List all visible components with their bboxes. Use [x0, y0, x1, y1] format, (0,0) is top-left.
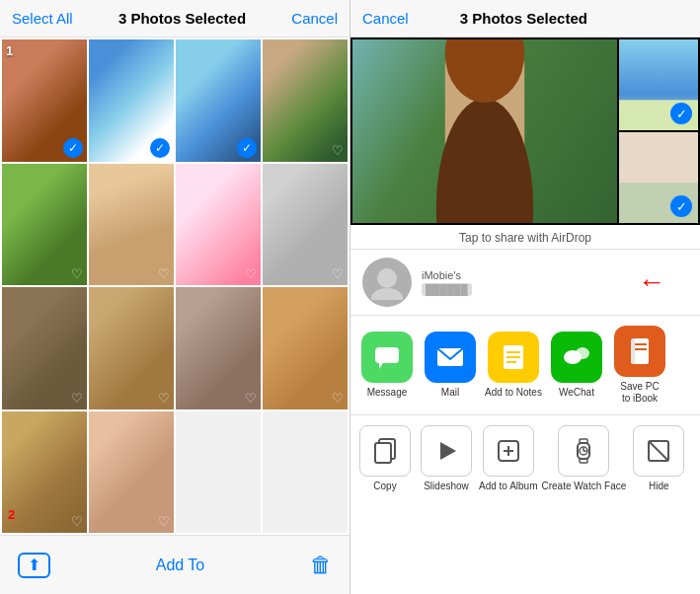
- add-album-label: Add to Album: [479, 481, 537, 492]
- app-ibook[interactable]: Save PCto iBook: [611, 326, 668, 405]
- app-notes[interactable]: Add to Notes: [485, 332, 542, 399]
- heart-icon-10: ♡: [158, 391, 170, 406]
- photo-cell-1[interactable]: 1 ✓: [2, 39, 87, 162]
- photo-cell-6[interactable]: ♡: [89, 164, 174, 286]
- photo-cell-3[interactable]: ✓: [176, 39, 261, 162]
- photo-cell-15: [176, 411, 261, 534]
- photo-cell-2[interactable]: ✓: [89, 39, 174, 162]
- mail-label: Mail: [441, 387, 459, 399]
- svg-rect-18: [506, 361, 516, 363]
- share-icon: ⬆: [28, 557, 40, 573]
- contact-avatar[interactable]: [362, 258, 412, 307]
- trash-icon[interactable]: 🗑: [310, 553, 332, 578]
- preview-check-3: ✓: [670, 195, 692, 217]
- photo-cell-11[interactable]: ♡: [176, 287, 261, 409]
- book-icon: [629, 337, 651, 365]
- photo-cell-4[interactable]: ♡: [263, 39, 348, 162]
- preview-cell-2[interactable]: ✓: [619, 39, 698, 130]
- avatar-icon: [369, 264, 405, 300]
- number-2-badge: 2: [8, 507, 15, 522]
- photo-grid: 1 ✓ ✓ ✓ ♡ ♡ ♡ ♡ ♡ ♡ ♡ ♡: [0, 37, 350, 535]
- left-footer: ⬆ Add To 🗑: [0, 535, 350, 594]
- action-slideshow[interactable]: Slideshow: [418, 425, 475, 492]
- preview-cell-1[interactable]: [352, 39, 617, 223]
- heart-icon-8: ♡: [332, 266, 344, 281]
- left-header: Select All 3 Photos Selected Cancel: [0, 0, 350, 37]
- photo-check-1: ✓: [63, 138, 83, 158]
- photo-preview-row: ✓ ✓: [350, 37, 700, 225]
- notes-icon: [488, 332, 539, 383]
- app-message[interactable]: Message: [358, 332, 416, 399]
- preview-cell-3[interactable]: ✓: [619, 132, 698, 223]
- left-cancel-button[interactable]: Cancel: [291, 10, 338, 27]
- wechat-label: WeChat: [559, 387, 594, 399]
- left-selected-count: 3 Photos Selected: [118, 10, 246, 27]
- share-apps-row: Message Mail Add to Notes: [350, 316, 700, 415]
- add-album-icon-box: [483, 425, 534, 477]
- app-mail[interactable]: Mail: [422, 332, 479, 399]
- copy-icon: [371, 437, 399, 465]
- photo-cell-16: [263, 411, 348, 534]
- hide-label: Hide: [649, 481, 669, 492]
- add-to-button[interactable]: Add To: [156, 557, 205, 574]
- svg-rect-26: [375, 443, 391, 463]
- heart-icon-7: ♡: [245, 266, 257, 281]
- svg-rect-16: [506, 351, 520, 353]
- contact-row: iMobie's ██████ ←: [350, 250, 700, 316]
- photo-check-2: ✓: [150, 138, 170, 158]
- red-arrow-icon: ←: [638, 266, 665, 298]
- photo-cell-9[interactable]: ♡: [2, 287, 87, 409]
- watch-face-label: Create Watch Face: [541, 481, 626, 492]
- heart-icon-4: ♡: [332, 143, 344, 158]
- photo-cell-7[interactable]: ♡: [176, 164, 261, 286]
- action-hide[interactable]: Hide: [630, 425, 687, 492]
- photo-cell-10[interactable]: ♡: [89, 287, 174, 409]
- contact-info: iMobie's ██████: [422, 269, 472, 296]
- notes-label: Add to Notes: [485, 387, 542, 399]
- photo-cell-12[interactable]: ♡: [263, 287, 348, 409]
- right-selected-count: 3 Photos Selected: [460, 10, 587, 27]
- slideshow-icon-box: [421, 425, 472, 477]
- svg-marker-27: [440, 442, 456, 460]
- select-all-button[interactable]: Select All: [12, 10, 73, 27]
- mail-envelope-icon: [436, 347, 464, 367]
- watch-face-icon-box: [558, 425, 609, 477]
- contact-name: iMobie's: [422, 269, 472, 281]
- action-add-album[interactable]: Add to Album: [479, 425, 537, 492]
- heart-icon-5: ♡: [71, 266, 83, 281]
- mail-icon: [425, 332, 476, 383]
- svg-rect-33: [580, 459, 587, 463]
- svg-point-10: [377, 268, 397, 288]
- svg-rect-8: [619, 132, 698, 183]
- wechat-icon: [551, 332, 602, 383]
- heart-icon-12: ♡: [332, 391, 344, 406]
- notes-page-icon: [500, 343, 527, 371]
- copy-label: Copy: [373, 481, 396, 492]
- airdrop-label: Tap to share with AirDrop: [350, 225, 700, 250]
- action-copy[interactable]: Copy: [356, 425, 414, 492]
- right-cancel-button[interactable]: Cancel: [362, 10, 409, 27]
- heart-icon-9: ♡: [71, 391, 83, 406]
- photo-cell-5[interactable]: ♡: [2, 164, 87, 286]
- slideshow-label: Slideshow: [424, 481, 469, 492]
- contact-sub: ██████: [422, 283, 472, 296]
- svg-rect-32: [580, 439, 587, 443]
- actions-row: Copy Slideshow Add to Album: [350, 415, 700, 502]
- right-panel: Cancel 3 Photos Selected: [350, 0, 700, 594]
- photo-cell-14[interactable]: ♡: [89, 411, 174, 534]
- app-wechat[interactable]: WeChat: [548, 332, 605, 399]
- action-watch-face[interactable]: Create Watch Face: [541, 425, 626, 492]
- photo-cell-8[interactable]: ♡: [263, 164, 348, 286]
- svg-rect-12: [375, 347, 399, 363]
- heart-icon-11: ♡: [245, 391, 257, 406]
- wechat-bubble-icon: [563, 343, 590, 371]
- copy-icon-box: [359, 425, 411, 477]
- share-button[interactable]: ⬆: [18, 553, 50, 578]
- svg-rect-24: [635, 348, 647, 350]
- svg-point-11: [371, 288, 403, 300]
- heart-icon-14: ♡: [158, 514, 170, 529]
- watch-icon: [570, 437, 597, 465]
- svg-rect-23: [635, 343, 647, 345]
- photo-number-1: 1: [6, 43, 13, 58]
- preview-small-col: ✓ ✓: [619, 39, 698, 223]
